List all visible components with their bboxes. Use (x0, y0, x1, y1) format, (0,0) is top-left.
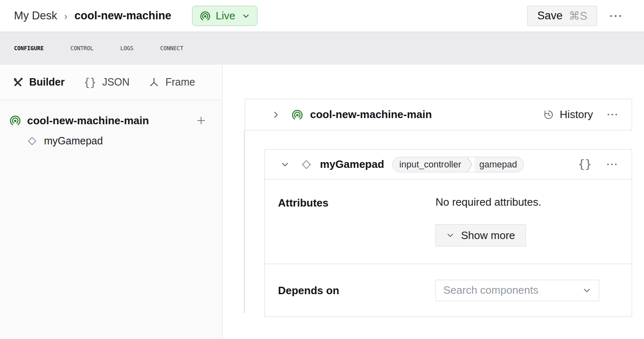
config-main-panel: cool-new-machine-main History (222, 65, 644, 339)
component-model-label: gamepad (473, 157, 524, 172)
save-button[interactable]: Save ⌘S (527, 6, 597, 26)
ellipsis-icon (607, 163, 617, 166)
save-label: Save (537, 9, 563, 22)
chevron-down-icon (582, 286, 591, 295)
chevron-down-icon (242, 12, 250, 20)
braces-icon: {} (578, 158, 592, 171)
save-shortcut-hint: ⌘S (569, 9, 587, 23)
component-collapse-button[interactable] (277, 157, 293, 172)
chevron-down-icon (446, 231, 454, 239)
topbar-actions: Save ⌘S (527, 6, 625, 26)
subtab-builder-label: Builder (29, 76, 65, 88)
component-type-badge: input_controller gamepad (392, 157, 524, 172)
component-card-header: myGamepad input_controller gamepad {} (265, 150, 632, 179)
live-status-button[interactable]: Live (192, 6, 258, 26)
history-button[interactable]: History (543, 108, 593, 121)
config-sidebar: Builder {} JSON Frame (0, 65, 222, 339)
depends-on-section: Depends on (265, 264, 632, 316)
component-more-button[interactable] (603, 160, 621, 169)
ellipsis-icon (607, 113, 618, 116)
tab-logs[interactable]: LOGS (120, 44, 133, 53)
part-card: cool-new-machine-main History (245, 99, 632, 130)
tree-component-row[interactable]: myGamepad (9, 135, 210, 147)
tree-part-name: cool-new-machine-main (27, 114, 149, 127)
component-json-button[interactable]: {} (575, 154, 595, 174)
tree-part-row[interactable]: cool-new-machine-main (9, 112, 210, 129)
subtab-json-label: JSON (102, 76, 130, 88)
tab-configure[interactable]: CONFIGURE (14, 44, 44, 53)
ellipsis-icon (609, 14, 622, 18)
part-card-title: cool-new-machine-main (310, 108, 432, 121)
component-card: myGamepad input_controller gamepad {} (264, 149, 632, 317)
machine-tabbar: CONFIGURE CONTROL LOGS CONNECT (0, 32, 644, 65)
subtab-frame[interactable]: Frame (148, 76, 195, 88)
breadcrumb-separator: › (64, 10, 67, 22)
tools-icon (12, 77, 23, 88)
attributes-section: Attributes No required attributes. Show … (265, 179, 632, 264)
show-more-button[interactable]: Show more (436, 224, 526, 246)
depends-on-label: Depends on (278, 283, 436, 297)
component-api-label: input_controller (393, 157, 468, 172)
breadcrumb-parent-link[interactable]: My Desk (14, 9, 57, 22)
tab-control[interactable]: CONTROL (70, 44, 93, 53)
machine-tree: cool-new-machine-main myGamepad (0, 100, 222, 147)
subtab-builder[interactable]: Builder (12, 76, 65, 88)
attributes-value: No required attributes. Show more (436, 196, 619, 246)
machine-live-icon (199, 10, 211, 22)
chevron-down-icon (280, 160, 290, 169)
add-component-button[interactable] (192, 112, 210, 129)
show-more-label: Show more (461, 229, 515, 242)
braces-icon: {} (83, 76, 96, 88)
history-clock-icon (543, 109, 554, 121)
attributes-label: Attributes (278, 196, 436, 246)
breadcrumb-current-machine: cool-new-machine (74, 9, 171, 22)
depends-on-value (436, 280, 619, 301)
breadcrumb: My Desk › cool-new-machine (14, 9, 171, 22)
live-status-label: Live (216, 9, 236, 22)
machine-part-icon (291, 109, 303, 121)
topbar-more-button[interactable] (606, 11, 625, 21)
attributes-empty-text: No required attributes. (436, 196, 619, 209)
config-mode-switcher: Builder {} JSON Frame (0, 65, 222, 100)
tree-component-name: myGamepad (44, 135, 103, 147)
part-card-more-button[interactable] (604, 110, 621, 119)
frame-axes-icon (148, 77, 160, 88)
subtab-frame-label: Frame (165, 76, 195, 88)
tab-connect[interactable]: CONNECT (160, 44, 183, 53)
topbar: My Desk › cool-new-machine Live Save ⌘S (0, 0, 644, 32)
search-components-input[interactable] (443, 284, 582, 297)
part-card-expand-button[interactable] (268, 107, 284, 123)
plus-icon (196, 115, 206, 126)
tree-connector-line (244, 130, 245, 313)
machine-part-icon (9, 114, 21, 127)
depends-on-select[interactable] (436, 280, 599, 301)
history-label: History (560, 108, 593, 121)
component-diamond-icon (300, 158, 313, 171)
chevron-right-icon (271, 110, 280, 119)
subtab-json[interactable]: {} JSON (83, 76, 130, 88)
component-diamond-icon (26, 135, 38, 147)
content: Builder {} JSON Frame (0, 65, 644, 339)
component-title: myGamepad (320, 158, 384, 171)
